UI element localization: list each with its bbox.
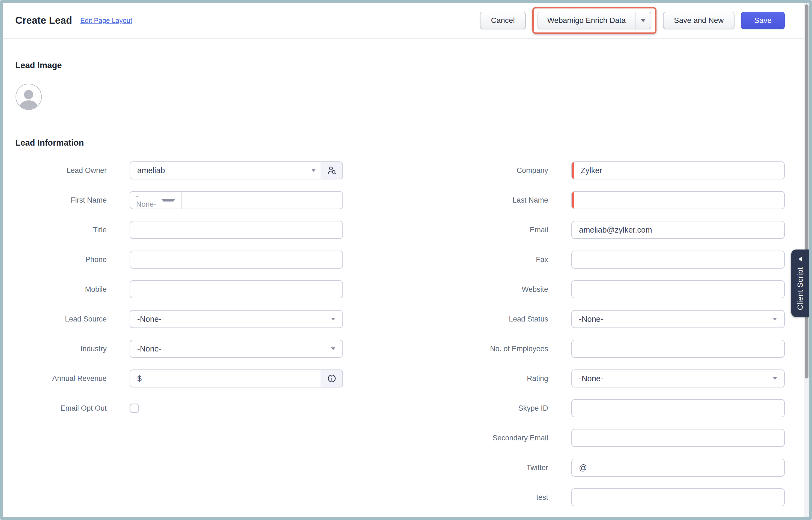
twitter-prefix: @ <box>579 463 587 472</box>
lead-owner-lookup-button[interactable] <box>321 161 342 179</box>
test-label: test <box>396 493 548 502</box>
field-row-email-opt-out: Email Opt Out <box>15 399 343 417</box>
email-input[interactable]: ameliab@zylker.com <box>572 221 785 239</box>
test-input[interactable] <box>572 488 785 506</box>
field-row-website: Website <box>396 280 785 298</box>
field-row-first-name: First Name-None- <box>15 191 343 209</box>
enrich-dropdown-button[interactable] <box>635 12 651 29</box>
annual-revenue-info-button[interactable] <box>321 369 342 388</box>
page-header: Create Lead Edit Page Layout Cancel Weba… <box>3 3 809 39</box>
chevron-down-icon <box>331 318 335 320</box>
chevron-down-icon <box>773 377 777 380</box>
industry-select[interactable]: -None- <box>130 340 343 358</box>
skype-id-input[interactable] <box>572 399 785 417</box>
field-row-email: Emailameliab@zylker.com <box>396 221 785 239</box>
annual-revenue-label: Annual Revenue <box>15 374 107 383</box>
save-button[interactable]: Save <box>741 12 785 29</box>
skype-id-label: Skype ID <box>396 404 548 413</box>
chevron-down-icon <box>331 347 335 350</box>
field-row-lead-source: Lead Source-None- <box>15 310 343 328</box>
user-lookup-icon <box>327 165 337 175</box>
client-script-tab[interactable]: Client Script <box>791 250 809 317</box>
lead-source-select[interactable]: -None- <box>130 310 343 328</box>
rating-label: Rating <box>396 374 548 383</box>
field-row-twitter: Twitter@ <box>396 459 785 477</box>
lead-information-section-title: Lead Information <box>15 138 785 148</box>
rating-value: -None- <box>579 374 769 383</box>
client-script-tab-label: Client Script <box>796 267 805 310</box>
secondary-email-label: Secondary Email <box>396 434 548 442</box>
last-name-input[interactable] <box>572 191 785 209</box>
no-of-employees-input[interactable] <box>572 340 785 358</box>
lead-owner-value: ameliab <box>137 166 308 175</box>
rating-select[interactable]: -None- <box>572 369 785 388</box>
industry-label: Industry <box>15 345 107 353</box>
field-row-mobile: Mobile <box>15 280 343 298</box>
create-lead-window: Create Lead Edit Page Layout Cancel Weba… <box>0 0 812 520</box>
field-row-last-name: Last Name <box>396 191 785 209</box>
lead-source-value: -None- <box>137 315 328 324</box>
mobile-input[interactable] <box>130 280 343 298</box>
lead-avatar-placeholder[interactable] <box>15 83 42 110</box>
lead-image-section-title: Lead Image <box>15 60 785 70</box>
lead-status-select[interactable]: -None- <box>572 310 785 328</box>
twitter-label: Twitter <box>396 464 548 472</box>
company-value: Zylker <box>581 166 777 175</box>
field-row-secondary-email: Secondary Email <box>396 429 785 447</box>
fax-label: Fax <box>396 256 548 264</box>
lead-owner-label: Lead Owner <box>15 166 107 175</box>
field-row-test: test <box>396 488 785 506</box>
lead-status-label: Lead Status <box>396 315 548 323</box>
save-and-new-button[interactable]: Save and New <box>663 12 735 29</box>
field-row-industry: Industry-None- <box>15 340 343 358</box>
form-content: Lead Image Lead Information Lead Owneram… <box>3 60 809 518</box>
page-title: Create Lead <box>15 15 72 26</box>
chevron-down-icon <box>773 318 777 320</box>
lead-owner-lookup[interactable]: ameliab <box>130 161 343 179</box>
field-row-lead-status: Lead Status-None- <box>396 310 785 328</box>
last-name-label: Last Name <box>396 196 548 205</box>
form-column-left: Lead OwnerameliabFirst Name-None-TitlePh… <box>15 161 343 518</box>
secondary-email-input[interactable] <box>572 429 785 447</box>
annual-revenue-input[interactable]: $ <box>130 369 343 388</box>
field-row-lead-owner: Lead Ownerameliab <box>15 161 343 179</box>
webamigo-enrich-data-button[interactable]: Webamigo Enrich Data <box>538 12 635 29</box>
form-column-right: CompanyZylkerLast NameEmailameliab@zylke… <box>396 161 785 518</box>
title-input[interactable] <box>130 221 343 239</box>
chevron-down-icon <box>311 169 316 172</box>
phone-label: Phone <box>15 256 107 264</box>
lead-status-value: -None- <box>579 315 769 324</box>
twitter-input[interactable]: @ <box>572 459 785 477</box>
mobile-label: Mobile <box>15 285 107 294</box>
first-name-label: First Name <box>15 196 107 205</box>
annotation-highlight-box: Webamigo Enrich Data <box>532 7 657 34</box>
first-name-input[interactable]: -None- <box>130 191 343 209</box>
lead-source-label: Lead Source <box>15 315 107 323</box>
field-row-rating: Rating-None- <box>396 369 785 388</box>
field-row-annual-revenue: Annual Revenue$ <box>15 369 343 388</box>
email-opt-out-checkbox[interactable] <box>130 404 139 413</box>
company-label: Company <box>396 166 548 175</box>
field-row-no-of-employees: No. of Employees <box>396 340 785 358</box>
scrollbar-thumb[interactable] <box>805 4 808 379</box>
header-actions: Cancel Webamigo Enrich Data Save and New… <box>480 7 785 34</box>
website-input[interactable] <box>572 280 785 298</box>
collapse-left-icon <box>798 256 802 262</box>
title-label: Title <box>15 226 107 234</box>
field-row-title: Title <box>15 221 343 239</box>
email-label: Email <box>396 226 548 234</box>
salutation-select[interactable]: -None- <box>130 192 182 209</box>
salutation-value: -None- <box>136 192 156 209</box>
info-icon <box>327 374 336 383</box>
edit-page-layout-link[interactable]: Edit Page Layout <box>80 17 132 25</box>
email-value: ameliab@zylker.com <box>579 226 777 234</box>
no-of-employees-label: No. of Employees <box>396 345 548 353</box>
cancel-button[interactable]: Cancel <box>480 12 526 29</box>
company-input[interactable]: Zylker <box>572 161 785 179</box>
website-label: Website <box>396 285 548 294</box>
fax-input[interactable] <box>572 251 785 268</box>
field-row-skype-id: Skype ID <box>396 399 785 417</box>
phone-input[interactable] <box>130 251 343 268</box>
enrich-split-button: Webamigo Enrich Data <box>537 12 651 29</box>
industry-value: -None- <box>137 344 328 354</box>
